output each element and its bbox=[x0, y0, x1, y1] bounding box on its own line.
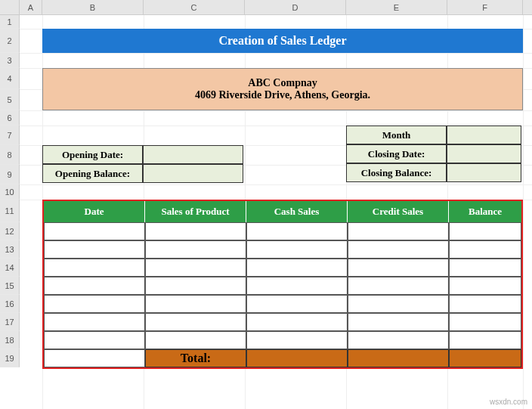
cell[interactable] bbox=[246, 313, 348, 331]
row-header-2[interactable]: 2 bbox=[0, 29, 20, 53]
col-header-D[interactable]: D bbox=[245, 0, 346, 14]
row-header-18[interactable]: 18 bbox=[0, 331, 20, 349]
row-header-9[interactable]: 9 bbox=[0, 165, 20, 184]
row-header-10[interactable]: 10 bbox=[0, 184, 20, 200]
total-empty bbox=[44, 349, 145, 367]
cell[interactable] bbox=[348, 240, 449, 259]
row-header-3[interactable]: 3 bbox=[0, 53, 20, 68]
ledger-total-row: Total: bbox=[44, 349, 521, 367]
row-header-1[interactable]: 1 bbox=[0, 15, 20, 29]
total-balance bbox=[449, 349, 521, 367]
total-label: Total: bbox=[145, 349, 246, 367]
cell[interactable] bbox=[44, 277, 145, 295]
closing-balance-label: Closing Balance: bbox=[346, 163, 447, 182]
row-header-13[interactable]: 13 bbox=[0, 240, 20, 259]
cell[interactable] bbox=[246, 259, 348, 277]
total-cash bbox=[246, 349, 348, 367]
ledger-table: Date Sales of Product Cash Sales Credit … bbox=[42, 200, 523, 369]
cell[interactable] bbox=[44, 313, 145, 331]
ledger-header-date: Date bbox=[44, 201, 145, 222]
closing-date-label: Closing Date: bbox=[346, 144, 447, 163]
row-header-19[interactable]: 19 bbox=[0, 349, 20, 367]
cell[interactable] bbox=[145, 295, 246, 313]
cell[interactable] bbox=[348, 313, 449, 331]
cell[interactable] bbox=[246, 222, 348, 240]
watermark: wsxdn.com bbox=[490, 398, 527, 406]
cell[interactable] bbox=[449, 240, 521, 259]
ledger-header-balance: Balance bbox=[449, 201, 521, 222]
opening-balance-label: Opening Balance: bbox=[42, 164, 143, 183]
ledger-header-credit: Credit Sales bbox=[348, 201, 449, 222]
cell[interactable] bbox=[145, 240, 246, 259]
cell[interactable] bbox=[348, 277, 449, 295]
cell[interactable] bbox=[449, 313, 521, 331]
opening-date-value[interactable] bbox=[143, 145, 243, 164]
ledger-header-cash: Cash Sales bbox=[246, 201, 348, 222]
row-header-8[interactable]: 8 bbox=[0, 145, 20, 165]
table-row[interactable] bbox=[44, 295, 521, 313]
company-name: ABC Compnay bbox=[248, 77, 317, 89]
table-row[interactable] bbox=[44, 240, 521, 259]
cell[interactable] bbox=[145, 313, 246, 331]
row-header-4[interactable]: 4 bbox=[0, 68, 20, 89]
month-header: Month bbox=[346, 125, 447, 144]
company-box: ABC Compnay 4069 Riverside Drive, Athens… bbox=[42, 68, 523, 110]
cell[interactable] bbox=[246, 331, 348, 349]
opening-box: Opening Date: Opening Balance: bbox=[42, 145, 243, 183]
cell[interactable] bbox=[145, 277, 246, 295]
table-row[interactable] bbox=[44, 259, 521, 277]
col-header-F[interactable]: F bbox=[447, 0, 523, 14]
table-row[interactable] bbox=[44, 331, 521, 349]
cell[interactable] bbox=[44, 222, 145, 240]
row-header-5[interactable]: 5 bbox=[0, 89, 20, 110]
cell[interactable] bbox=[449, 295, 521, 313]
row-header-17[interactable]: 17 bbox=[0, 313, 20, 331]
col-header-E[interactable]: E bbox=[346, 0, 447, 14]
col-header-A[interactable]: A bbox=[20, 0, 42, 14]
cell[interactable] bbox=[145, 331, 246, 349]
row-headers: 1 2 3 4 5 6 7 8 9 10 11 12 13 14 15 16 1… bbox=[0, 15, 20, 367]
cell[interactable] bbox=[348, 331, 449, 349]
cell[interactable] bbox=[44, 240, 145, 259]
row-header-11[interactable]: 11 bbox=[0, 200, 20, 222]
cell[interactable] bbox=[246, 240, 348, 259]
row-header-16[interactable]: 16 bbox=[0, 295, 20, 313]
closing-date-value[interactable] bbox=[447, 144, 521, 163]
month-box: Month Closing Date: Closing Balance: bbox=[346, 125, 523, 182]
row-header-14[interactable]: 14 bbox=[0, 259, 20, 277]
cell[interactable] bbox=[449, 222, 521, 240]
cell[interactable] bbox=[246, 277, 348, 295]
table-row[interactable] bbox=[44, 313, 521, 331]
cell[interactable] bbox=[44, 295, 145, 313]
column-headers: A B C D E F bbox=[0, 0, 532, 15]
page-title: Creation of Sales Ledger bbox=[42, 29, 523, 53]
table-row[interactable] bbox=[44, 277, 521, 295]
cell[interactable] bbox=[449, 259, 521, 277]
cell[interactable] bbox=[44, 331, 145, 349]
opening-balance-value[interactable] bbox=[143, 164, 243, 183]
closing-balance-value[interactable] bbox=[447, 163, 521, 182]
company-address: 4069 Riverside Drive, Athens, Georgia. bbox=[195, 89, 370, 101]
table-row[interactable] bbox=[44, 222, 521, 240]
ledger-header-row: Date Sales of Product Cash Sales Credit … bbox=[44, 201, 521, 222]
cell[interactable] bbox=[449, 331, 521, 349]
cell[interactable] bbox=[44, 259, 145, 277]
opening-date-label: Opening Date: bbox=[42, 145, 143, 164]
cell[interactable] bbox=[246, 295, 348, 313]
row-header-7[interactable]: 7 bbox=[0, 125, 20, 145]
cell[interactable] bbox=[145, 259, 246, 277]
cell[interactable] bbox=[348, 295, 449, 313]
cell[interactable] bbox=[145, 222, 246, 240]
month-value[interactable] bbox=[447, 125, 521, 144]
cell[interactable] bbox=[348, 259, 449, 277]
col-header-B[interactable]: B bbox=[42, 0, 144, 14]
total-credit bbox=[348, 349, 449, 367]
row-header-12[interactable]: 12 bbox=[0, 222, 20, 240]
cell[interactable] bbox=[348, 222, 449, 240]
select-all-corner[interactable] bbox=[0, 0, 20, 14]
cell[interactable] bbox=[449, 277, 521, 295]
row-header-6[interactable]: 6 bbox=[0, 110, 20, 125]
row-header-15[interactable]: 15 bbox=[0, 277, 20, 295]
ledger-header-sop: Sales of Product bbox=[145, 201, 246, 222]
col-header-C[interactable]: C bbox=[144, 0, 245, 14]
